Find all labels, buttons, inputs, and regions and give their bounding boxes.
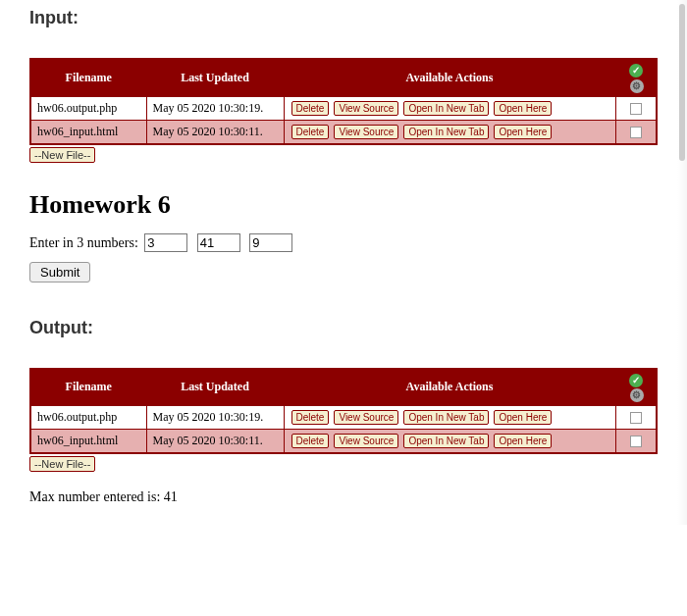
open-new-tab-button[interactable]: Open In New Tab	[403, 125, 489, 139]
scrollbar-thumb[interactable]	[679, 4, 685, 161]
number-input-2[interactable]	[197, 233, 240, 252]
cell-filename: hw06.output.php	[30, 406, 146, 430]
gear-icon[interactable]: ⚙	[630, 79, 644, 93]
new-file-button[interactable]: --New File--	[29, 456, 95, 472]
file-table-header-row: Filename Last Updated Available Actions …	[30, 369, 657, 406]
submit-button[interactable]: Submit	[29, 262, 90, 282]
table-row: hw06.output.php May 05 2020 10:30:19. De…	[30, 406, 657, 430]
open-here-button[interactable]: Open Here	[494, 410, 552, 425]
output-section-label: Output:	[29, 318, 658, 338]
cell-filename: hw06_input.html	[30, 430, 146, 454]
open-here-button[interactable]: Open Here	[494, 125, 552, 139]
open-here-button[interactable]: Open Here	[494, 434, 552, 448]
cell-checkbox	[615, 120, 657, 144]
col-filename: Filename	[30, 59, 146, 96]
col-icons: ✓⚙	[615, 59, 657, 96]
cell-updated: May 05 2020 10:30:19.	[146, 406, 284, 430]
view-source-button[interactable]: View Source	[334, 101, 398, 116]
result-text: Max number entered is: 41	[29, 489, 658, 505]
table-row: hw06_input.html May 05 2020 10:30:11. De…	[30, 430, 657, 454]
cell-checkbox	[615, 406, 657, 430]
open-new-tab-button[interactable]: Open In New Tab	[403, 410, 489, 425]
cell-checkbox	[615, 430, 657, 454]
open-new-tab-button[interactable]: Open In New Tab	[403, 101, 489, 116]
row-checkbox[interactable]	[630, 412, 642, 424]
open-here-button[interactable]: Open Here	[494, 101, 552, 116]
form-line: Enter in 3 numbers:	[29, 233, 658, 252]
cell-actions: Delete View Source Open In New Tab Open …	[284, 406, 615, 430]
cell-updated: May 05 2020 10:30:11.	[146, 430, 284, 454]
gear-icon[interactable]: ⚙	[630, 388, 644, 402]
file-table-input: Filename Last Updated Available Actions …	[29, 58, 658, 145]
view-source-button[interactable]: View Source	[334, 434, 398, 448]
cell-updated: May 05 2020 10:30:19.	[146, 96, 284, 120]
file-table-header-row: Filename Last Updated Available Actions …	[30, 59, 657, 96]
delete-button[interactable]: Delete	[291, 125, 330, 139]
number-input-3[interactable]	[249, 233, 292, 252]
check-icon[interactable]: ✓	[629, 374, 643, 387]
row-checkbox[interactable]	[630, 436, 642, 447]
col-actions: Available Actions	[284, 59, 615, 96]
cell-actions: Delete View Source Open In New Tab Open …	[284, 120, 615, 144]
input-section-label: Input:	[29, 8, 658, 28]
delete-button[interactable]: Delete	[291, 434, 330, 448]
cell-filename: hw06.output.php	[30, 96, 146, 120]
file-table-output: Filename Last Updated Available Actions …	[29, 368, 658, 455]
scrollbar-track[interactable]	[677, 0, 687, 525]
col-updated: Last Updated	[146, 369, 284, 406]
row-checkbox[interactable]	[630, 103, 642, 115]
delete-button[interactable]: Delete	[291, 101, 330, 116]
number-input-1[interactable]	[144, 233, 187, 252]
cell-checkbox	[615, 96, 657, 120]
table-row: hw06_input.html May 05 2020 10:30:11. De…	[30, 120, 657, 144]
row-checkbox[interactable]	[630, 127, 642, 138]
delete-button[interactable]: Delete	[291, 410, 330, 425]
col-actions: Available Actions	[284, 369, 615, 406]
cell-updated: May 05 2020 10:30:11.	[146, 120, 284, 144]
col-updated: Last Updated	[146, 59, 284, 96]
col-icons: ✓⚙	[615, 369, 657, 406]
col-filename: Filename	[30, 369, 146, 406]
form-prompt: Enter in 3 numbers:	[29, 235, 138, 250]
open-new-tab-button[interactable]: Open In New Tab	[403, 434, 489, 448]
page-title: Homework 6	[29, 190, 658, 220]
check-icon[interactable]: ✓	[629, 64, 643, 77]
table-row: hw06.output.php May 05 2020 10:30:19. De…	[30, 96, 657, 120]
cell-filename: hw06_input.html	[30, 120, 146, 144]
cell-actions: Delete View Source Open In New Tab Open …	[284, 430, 615, 454]
new-file-button[interactable]: --New File--	[29, 147, 95, 163]
cell-actions: Delete View Source Open In New Tab Open …	[284, 96, 615, 120]
view-source-button[interactable]: View Source	[334, 125, 398, 139]
view-source-button[interactable]: View Source	[334, 410, 398, 425]
